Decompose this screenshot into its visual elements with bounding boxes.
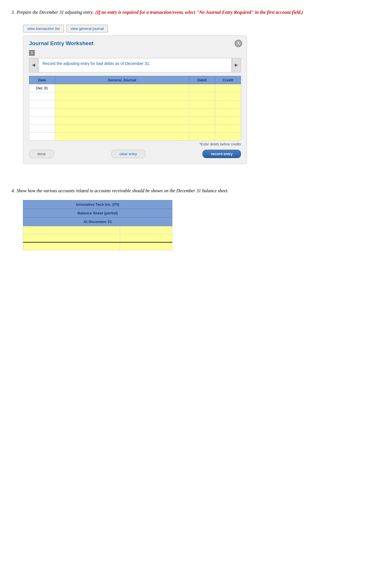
- balance-label-cell-3[interactable]: [23, 242, 120, 250]
- debit-input-2[interactable]: [189, 92, 215, 100]
- bottom-buttons-row: done clear entry record entry: [29, 150, 241, 158]
- header-debit: Debit: [189, 76, 215, 84]
- balance-value-input-1[interactable]: [120, 226, 172, 234]
- debit-input-6[interactable]: [189, 124, 215, 132]
- journal-input-cell[interactable]: [55, 108, 189, 116]
- question-3-number: 3.: [11, 9, 15, 16]
- action-buttons-row: view transaction list view general journ…: [23, 25, 375, 32]
- journal-input-cell[interactable]: [55, 124, 189, 132]
- credit-input-4[interactable]: [215, 108, 241, 116]
- credit-input-cell[interactable]: [215, 108, 241, 116]
- navigation-row: ◄ Record the adjusting entry for bad deb…: [29, 58, 241, 72]
- balance-value-cell-1[interactable]: [120, 226, 172, 234]
- balance-value-input-2[interactable]: [120, 234, 172, 242]
- balance-header-date-row: At December 31: [23, 218, 172, 226]
- credit-input-2[interactable]: [215, 92, 241, 100]
- date-cell: Dec 31: [29, 84, 55, 92]
- nav-left-arrow[interactable]: ◄: [29, 58, 38, 72]
- credit-input-6[interactable]: [215, 124, 241, 132]
- question-4-text: Show how the various accounts related to…: [17, 187, 228, 195]
- balance-label-input-3[interactable]: [23, 243, 120, 250]
- journal-entry-worksheet: Journal Entry Worksheet X 1 ◄ Record the…: [23, 35, 247, 164]
- credit-input-3[interactable]: [215, 100, 241, 108]
- table-row: [29, 92, 241, 100]
- balance-header-sheet-name: Balance Sheet (partial): [23, 209, 172, 218]
- balance-sheet-table: Innovative Tech Inc. (ITI) Balance Sheet…: [23, 200, 172, 250]
- credit-input-cell[interactable]: [215, 84, 241, 92]
- close-button[interactable]: X: [235, 40, 242, 47]
- done-button[interactable]: done: [29, 150, 54, 158]
- journal-input-cell[interactable]: [55, 84, 189, 92]
- question-3-section: 3. Prepare the December 31 adjusting ent…: [11, 9, 375, 16]
- debit-input-cell[interactable]: [189, 84, 215, 92]
- clear-entry-button[interactable]: clear entry: [111, 150, 145, 158]
- date-cell: [29, 116, 55, 124]
- nav-right-arrow[interactable]: ►: [232, 58, 241, 72]
- balance-data-row-last: [23, 242, 172, 250]
- credit-input-cell[interactable]: [215, 92, 241, 100]
- balance-label-input-1[interactable]: [23, 226, 120, 234]
- debit-input-cell[interactable]: [189, 92, 215, 100]
- credit-input-1[interactable]: [215, 84, 241, 92]
- date-cell: [29, 132, 55, 140]
- debit-input-4[interactable]: [189, 108, 215, 116]
- journal-input-6[interactable]: [55, 124, 189, 132]
- debit-input-cell[interactable]: [189, 132, 215, 140]
- balance-value-cell-3[interactable]: [120, 242, 172, 250]
- question-4-number: 4.: [11, 187, 15, 195]
- table-row: [29, 124, 241, 132]
- step-indicator: 1: [29, 50, 35, 56]
- credit-input-cell[interactable]: [215, 116, 241, 124]
- date-cell: [29, 92, 55, 100]
- view-transaction-list-button[interactable]: view transaction list: [23, 25, 64, 32]
- journal-input-5[interactable]: [55, 116, 189, 124]
- debit-input-7[interactable]: [189, 132, 215, 140]
- journal-input-cell[interactable]: [55, 100, 189, 108]
- debits-note: *Enter debits before credits: [29, 142, 241, 146]
- balance-header-sheet-label: Balance Sheet (partial): [23, 209, 172, 218]
- journal-input-2[interactable]: [55, 92, 189, 100]
- question-3-text-black: Prepare the December 31 adjusting entry.: [17, 9, 94, 16]
- debit-input-cell[interactable]: [189, 100, 215, 108]
- journal-input-cell[interactable]: [55, 92, 189, 100]
- balance-sheet-wrapper: Innovative Tech Inc. (ITI) Balance Sheet…: [23, 200, 172, 250]
- table-row: [29, 100, 241, 108]
- balance-header-company-name: Innovative Tech Inc. (ITI): [23, 200, 172, 209]
- header-credit: Credit: [215, 76, 241, 84]
- journal-input-cell[interactable]: [55, 132, 189, 140]
- journal-input-cell[interactable]: [55, 116, 189, 124]
- table-row: [29, 132, 241, 140]
- debit-input-cell[interactable]: [189, 116, 215, 124]
- debit-input-cell[interactable]: [189, 108, 215, 116]
- record-entry-button[interactable]: record entry: [202, 150, 241, 158]
- balance-value-cell-2[interactable]: [120, 234, 172, 242]
- credit-input-5[interactable]: [215, 116, 241, 124]
- credit-input-cell[interactable]: [215, 100, 241, 108]
- journal-table: Date General Journal Debit Credit Dec 31: [29, 76, 241, 141]
- balance-label-cell-1[interactable]: [23, 226, 120, 234]
- date-cell: [29, 124, 55, 132]
- credit-input-7[interactable]: [215, 132, 241, 140]
- credit-input-cell[interactable]: [215, 124, 241, 132]
- table-row: [29, 108, 241, 116]
- journal-input-3[interactable]: [55, 100, 189, 108]
- journal-input-1[interactable]: [55, 84, 189, 92]
- credit-input-cell[interactable]: [215, 132, 241, 140]
- journal-input-7[interactable]: [55, 132, 189, 140]
- worksheet-title: Journal Entry Worksheet: [29, 40, 241, 47]
- debit-input-3[interactable]: [189, 100, 215, 108]
- debit-input-5[interactable]: [189, 116, 215, 124]
- debit-input-cell[interactable]: [189, 124, 215, 132]
- date-cell: [29, 108, 55, 116]
- view-general-journal-button[interactable]: view general journal: [66, 25, 108, 32]
- question-3-text-red: (If no entry is required for a transacti…: [95, 9, 303, 16]
- balance-label-cell-2[interactable]: [23, 234, 120, 242]
- instruction-text: Record the adjusting entry for bad debts…: [38, 58, 232, 72]
- date-cell: [29, 100, 55, 108]
- balance-data-row: [23, 226, 172, 234]
- balance-label-input-2[interactable]: [23, 234, 120, 242]
- journal-input-4[interactable]: [55, 108, 189, 116]
- debit-input-1[interactable]: [189, 84, 215, 92]
- header-date: Date: [29, 76, 55, 84]
- balance-value-input-3[interactable]: [120, 243, 172, 250]
